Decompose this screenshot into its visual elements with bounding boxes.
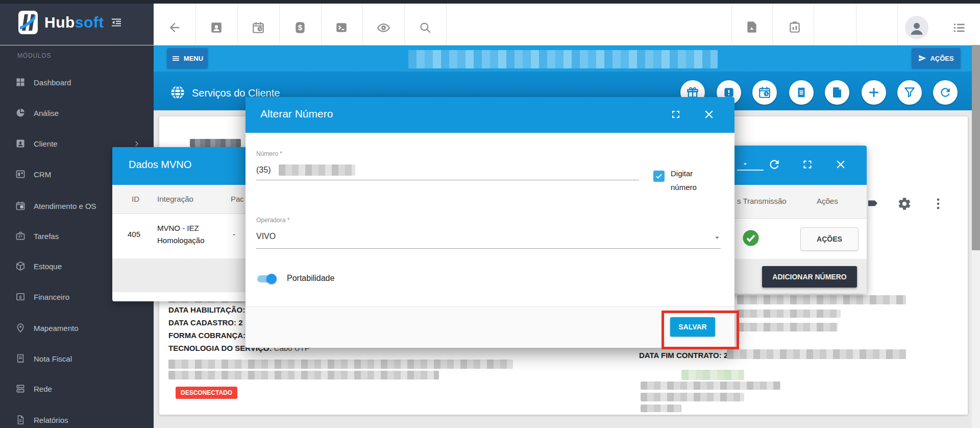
list-menu-icon[interactable] <box>952 21 966 35</box>
dollar-badge-icon[interactable] <box>293 21 307 34</box>
row-acoes-label: AÇÕES <box>817 235 842 243</box>
add-number-label: ADICIONAR NÚMERO <box>772 273 846 281</box>
modal-title: Alterar Número <box>260 108 333 120</box>
document-icon <box>15 415 26 425</box>
col-acoes: Ações <box>817 197 838 205</box>
topbar-divider <box>237 4 238 44</box>
sidebar-item-label: Tarefas <box>34 232 59 241</box>
actions-button[interactable]: AÇÕES <box>912 48 961 68</box>
fullscreen-icon[interactable] <box>801 158 814 171</box>
topbar-divider <box>362 4 363 44</box>
client-name-redacted <box>408 50 718 68</box>
receipt-icon <box>15 353 26 364</box>
file-button[interactable] <box>825 80 849 105</box>
schedule-button[interactable] <box>752 80 777 105</box>
clipboard-chart-icon[interactable] <box>788 20 801 34</box>
sidebar-item-mapeamento[interactable]: Mapeamento <box>0 319 154 337</box>
sidebar-item-nota-fiscal[interactable]: Nota Fiscal <box>0 349 154 368</box>
sidebar-item-label: Estoque <box>34 262 62 271</box>
redacted-text <box>727 349 906 359</box>
more-vert-icon[interactable] <box>931 197 945 211</box>
close-icon[interactable] <box>702 108 716 121</box>
topbar-divider <box>446 4 447 44</box>
redacted-text <box>641 393 744 401</box>
calendar-clock-icon <box>758 86 771 99</box>
redacted-text <box>641 405 681 412</box>
dropdown-caret-icon[interactable] <box>713 233 722 242</box>
sidebar-item-relatorios[interactable]: Relatórios <box>0 411 154 428</box>
invoice-button[interactable] <box>789 80 814 105</box>
numero-value-redacted <box>279 164 355 176</box>
contract-end-label: DATA FIM CONTRATO: 2 <box>639 351 728 360</box>
hamburger-icon <box>172 54 180 63</box>
service-cadastro: DATA CADASTRO: 2 <box>168 318 243 327</box>
user-avatar[interactable] <box>905 16 928 39</box>
numero-field-underline[interactable] <box>256 180 639 180</box>
dollar-square-icon <box>15 292 26 302</box>
eye-icon[interactable] <box>377 21 390 35</box>
add-number-button[interactable]: ADICIONAR NÚMERO <box>762 266 857 288</box>
sidebar-collapse-icon[interactable] <box>110 16 122 29</box>
layout-card-icon <box>15 169 26 179</box>
refresh-icon[interactable] <box>768 158 781 171</box>
redacted-text <box>737 295 906 304</box>
contact-card-icon[interactable] <box>210 21 223 34</box>
numero-field-value[interactable]: (35) <box>256 165 271 175</box>
map-pin-icon <box>15 323 26 333</box>
scrollbar-thumb[interactable] <box>972 45 980 250</box>
select-caret-icon[interactable] <box>741 160 749 168</box>
topbar-divider <box>814 4 814 44</box>
mvno-panel-title: Dados MVNO <box>129 159 191 171</box>
menu-button[interactable]: MENU <box>167 48 208 68</box>
receipt-list-icon <box>795 86 808 99</box>
sidebar-item-dashboard[interactable]: Dashboard <box>0 73 154 91</box>
back-arrow-icon[interactable] <box>167 20 182 35</box>
topbar-divider <box>772 4 773 44</box>
service-habilitacao: DATA HABILITAÇÃO: <box>168 305 245 314</box>
portabilidade-toggle[interactable] <box>257 274 277 284</box>
refresh-button[interactable] <box>933 80 958 105</box>
sidebar-item-rede[interactable]: Rede <box>0 379 154 398</box>
sidebar-item-label: Mapeamento <box>34 324 79 332</box>
fullscreen-icon[interactable] <box>670 108 682 121</box>
terminal-icon[interactable] <box>335 21 348 34</box>
briefcase-icon <box>15 231 26 241</box>
sidebar-item-analise[interactable]: Análise <box>0 104 154 122</box>
topbar-divider <box>195 4 196 44</box>
occluded-toolbar-text <box>190 139 241 147</box>
sidebar-section-label: MÓDULOS <box>17 52 51 59</box>
tag-icon[interactable] <box>867 197 879 209</box>
brand-name: Hubsoft <box>44 14 104 31</box>
calendar-clock-icon[interactable] <box>252 21 265 34</box>
sidebar-item-label: Cliente <box>34 139 58 148</box>
close-icon[interactable] <box>834 158 847 171</box>
add-button[interactable] <box>862 80 886 105</box>
service-cobranca: FORMA COBRANÇA: <box>168 331 246 340</box>
mvno-row-pacote: - <box>233 230 235 239</box>
topbar-divider <box>321 4 322 44</box>
server-icon <box>15 384 26 394</box>
topbar-divider <box>856 4 856 44</box>
hubsoft-logo-icon <box>18 11 38 34</box>
plus-icon <box>867 85 881 100</box>
search-icon[interactable] <box>419 21 432 34</box>
pdf-file-icon[interactable] <box>745 20 758 34</box>
operadora-select-value[interactable]: VIVO <box>256 232 276 241</box>
sidebar-item-label: Rede <box>34 385 52 393</box>
mvno-col-pacote: Pac <box>231 195 244 203</box>
toggle-knob <box>266 274 277 284</box>
chevron-right-icon <box>133 140 140 148</box>
status-badge: DESCONECTADO <box>176 387 237 399</box>
file-icon <box>831 86 843 99</box>
topbar-divider <box>897 4 898 44</box>
digitar-numero-checkbox[interactable] <box>653 171 665 182</box>
filter-icon <box>903 86 916 99</box>
col-transmissao: s Transmissão <box>737 197 787 205</box>
operadora-select-underline[interactable] <box>256 248 721 249</box>
brand-header: Hubsoft <box>0 0 154 45</box>
gear-icon[interactable] <box>897 197 912 211</box>
filter-button[interactable] <box>897 80 922 105</box>
mvno-col-integracao: Integração <box>157 195 193 203</box>
row-acoes-button[interactable]: AÇÕES <box>800 227 859 251</box>
sidebar-item-label: Relatórios <box>34 416 68 424</box>
